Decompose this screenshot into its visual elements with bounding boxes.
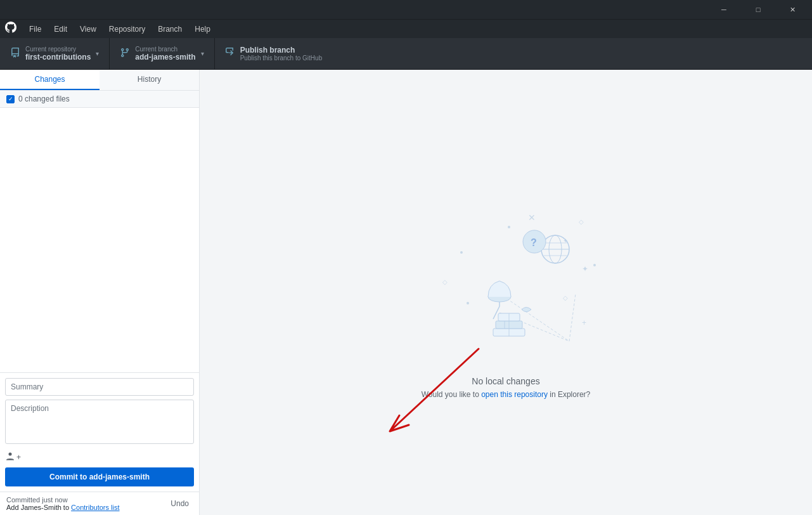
svg-point-3 — [508, 226, 510, 228]
branch-label: Current branch — [135, 46, 195, 53]
commit-button-branch: add-james-smith — [89, 473, 150, 481]
toolbar: Current repository first-contributions ▾… — [0, 38, 812, 70]
repo-label: Current repository — [25, 46, 91, 53]
sidebar-empty-area — [0, 108, 199, 372]
menu-repository[interactable]: Repository — [104, 22, 150, 36]
undo-button[interactable]: Undo — [167, 498, 193, 509]
repo-value: first-contributions — [25, 53, 91, 62]
recent-commit-message: Add James-Smith to Contributors list — [6, 504, 120, 511]
recent-commit-time: Committed just now — [6, 496, 120, 504]
commit-meta: + — [5, 450, 194, 467]
publish-label: Publish branch — [240, 46, 323, 55]
repo-text: Current repository first-contributions — [25, 46, 91, 62]
main-content: ✕ ◇ ✦ ✦ ◇ ◇ + — [200, 70, 812, 515]
svg-text:✦: ✦ — [582, 264, 588, 273]
current-branch-section[interactable]: Current branch add-james-smith ▾ — [109, 38, 214, 69]
description-textarea[interactable] — [5, 400, 194, 444]
branch-dropdown-arrow: ▾ — [201, 50, 204, 57]
svg-point-4 — [460, 251, 463, 254]
svg-text:◇: ◇ — [579, 218, 584, 225]
svg-text:◇: ◇ — [442, 278, 448, 285]
repo-dropdown-arrow: ▾ — [96, 50, 99, 57]
tabs: Changes History — [0, 70, 199, 91]
no-changes-illustration: ✕ ◇ ✦ ✦ ◇ ◇ + — [411, 186, 601, 363]
title-bar: ─ □ ✕ — [0, 0, 812, 19]
minimize-button[interactable]: ─ — [709, 0, 738, 19]
summary-input[interactable] — [5, 378, 194, 396]
svg-text:◇: ◇ — [563, 294, 568, 301]
branch-value: add-james-smith — [135, 53, 195, 62]
menu-help[interactable]: Help — [190, 22, 216, 36]
recent-commit-bar: Committed just now Add James-Smith to Co… — [0, 492, 199, 515]
commit-area: + Commit to add-james-smith — [0, 372, 199, 492]
menu-edit[interactable]: Edit — [49, 22, 72, 36]
publish-icon — [225, 48, 235, 60]
branch-text: Current branch add-james-smith — [135, 46, 195, 62]
no-changes-title: No local changes — [472, 376, 539, 386]
changed-files-count: 0 changed files — [18, 95, 70, 103]
close-button[interactable]: ✕ — [778, 0, 807, 19]
contributors-list-link[interactable]: Contributors list — [71, 504, 119, 511]
commit-button-prefix: Commit to — [49, 473, 89, 481]
branch-icon — [120, 48, 130, 60]
github-logo — [5, 22, 16, 36]
tab-changes[interactable]: Changes — [0, 70, 100, 90]
current-repo-section[interactable]: Current repository first-contributions ▾ — [0, 38, 109, 69]
menu-view[interactable]: View — [75, 22, 101, 36]
publish-sublabel: Publish this branch to GitHub — [240, 55, 323, 62]
svg-line-13 — [569, 294, 576, 341]
main-layout: Changes History ✓ 0 changed files + — [0, 70, 812, 515]
menu-bar: File Edit View Repository Branch Help — [0, 19, 812, 38]
svg-text:+: + — [582, 318, 586, 327]
no-changes-sub-after: in Explorer? — [548, 390, 590, 399]
publish-branch-section[interactable]: Publish branch Publish this branch to Gi… — [214, 38, 341, 69]
svg-point-5 — [593, 264, 596, 266]
publish-text: Publish branch Publish this branch to Gi… — [240, 46, 323, 62]
changed-files-bar: ✓ 0 changed files — [0, 91, 199, 108]
svg-text:?: ? — [531, 237, 537, 248]
no-changes-sub-before: Would you like to — [422, 390, 482, 399]
menu-file[interactable]: File — [24, 22, 46, 36]
commit-button[interactable]: Commit to add-james-smith — [5, 467, 194, 486]
user-icon — [5, 451, 15, 464]
svg-text:✕: ✕ — [528, 212, 536, 223]
repo-icon — [10, 48, 20, 60]
tab-history[interactable]: History — [100, 70, 199, 90]
open-repository-link[interactable]: open this repository — [481, 390, 548, 399]
maximize-button[interactable]: □ — [744, 0, 773, 19]
recent-commit-text: Committed just now Add James-Smith to Co… — [6, 496, 120, 511]
no-changes-subtitle: Would you like to open this repository i… — [422, 390, 591, 399]
svg-point-8 — [467, 302, 469, 304]
select-all-checkbox[interactable]: ✓ — [6, 95, 15, 103]
sidebar: Changes History ✓ 0 changed files + — [0, 70, 200, 515]
menu-branch[interactable]: Branch — [153, 22, 187, 36]
